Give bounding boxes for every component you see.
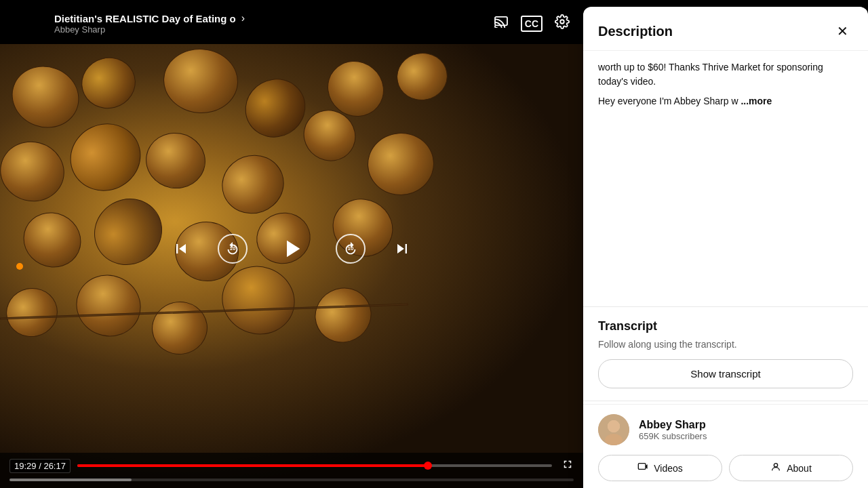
svg-rect-6: [639, 464, 646, 470]
top-bar: Dietitian's REALISTIC Day of Eating o › …: [0, 0, 583, 44]
about-button[interactable]: About: [729, 455, 853, 481]
play-button[interactable]: [275, 232, 309, 266]
orange-dot-indicator: [16, 263, 23, 270]
bottom-scroll-thumb: [9, 479, 132, 481]
cast-icon[interactable]: [494, 16, 509, 31]
video-title: Dietitian's REALISTIC Day of Eating o: [54, 13, 236, 24]
video-area: Dietitian's REALISTIC Day of Eating o › …: [0, 0, 583, 488]
progress-track[interactable]: [77, 464, 552, 467]
progress-fill: [77, 464, 428, 467]
transcript-section: Transcript Follow along using the transc…: [583, 310, 868, 398]
description-content: worth up to $60! Thanks Thrive Market fo…: [583, 51, 868, 304]
video-frame[interactable]: 10 10: [0, 44, 583, 488]
video-controls-center: 10 10: [0, 44, 583, 453]
title-block: Dietitian's REALISTIC Day of Eating o › …: [54, 12, 245, 35]
svg-point-5: [608, 420, 620, 432]
current-time: 19:29: [14, 461, 37, 471]
forward-10-button[interactable]: 10: [336, 234, 366, 264]
divider-1: [583, 306, 868, 307]
forward-number: 10: [348, 245, 354, 251]
channel-row: Abbey Sharp 659K subscribers: [598, 414, 853, 445]
divider-2: [583, 401, 868, 401]
description-text-1: worth up to $60! Thanks Thrive Market fo…: [598, 60, 853, 89]
description-header: Description ✕: [583, 7, 868, 51]
videos-icon: [637, 462, 648, 474]
settings-icon[interactable]: [555, 14, 570, 33]
rewind-10-button[interactable]: 10: [218, 234, 248, 264]
close-button[interactable]: ✕: [831, 20, 853, 42]
skip-to-end-button[interactable]: [393, 239, 412, 258]
progress-bar-container: 19:29 / 26:17: [9, 458, 574, 473]
channel-name: Abbey Sharp: [639, 419, 707, 431]
channel-subscribers: 659K subscribers: [639, 431, 707, 441]
chevron-icon[interactable]: ›: [241, 12, 245, 24]
total-time: 26:17: [43, 461, 66, 471]
fullscreen-button[interactable]: [561, 458, 574, 473]
about-button-label: About: [787, 463, 812, 474]
controls-overlay: 10 10: [0, 44, 583, 488]
close-icon: ✕: [837, 23, 848, 39]
description-panel: Description ✕ worth up to $60! Thanks Th…: [583, 7, 868, 488]
channel-section: Abbey Sharp 659K subscribers Videos: [583, 404, 868, 488]
svg-point-1: [560, 20, 564, 24]
rewind-circle: 10: [218, 234, 248, 264]
channel-buttons: Videos About: [598, 455, 853, 481]
description-title: Description: [598, 24, 673, 39]
more-link[interactable]: ...more: [741, 96, 772, 106]
time-display: 19:29 / 26:17: [9, 459, 71, 473]
videos-button-label: Videos: [654, 463, 683, 474]
about-icon: [770, 462, 781, 474]
description-text-2-content: Hey everyone I'm Abbey Sharp w: [598, 96, 738, 106]
show-transcript-button[interactable]: Show transcript: [598, 359, 853, 388]
cc-icon[interactable]: CC: [521, 16, 542, 32]
rewind-number: 10: [230, 245, 236, 251]
top-bar-right: CC: [494, 14, 570, 33]
forward-circle: 10: [336, 234, 366, 264]
progress-thumb: [424, 462, 432, 470]
bottom-controls: 19:29 / 26:17: [0, 453, 583, 488]
videos-button[interactable]: Videos: [598, 455, 722, 481]
main-container: Dietitian's REALISTIC Day of Eating o › …: [0, 0, 868, 488]
skip-to-start-button[interactable]: [172, 239, 191, 258]
channel-avatar[interactable]: [598, 414, 629, 445]
transcript-description: Follow along using the transcript.: [598, 339, 853, 350]
description-text-2: Hey everyone I'm Abbey Sharp w ...more: [598, 94, 853, 108]
channel-info: Abbey Sharp 659K subscribers: [639, 419, 707, 441]
channel-name-topbar: Abbey Sharp: [54, 24, 245, 35]
svg-point-7: [774, 464, 778, 467]
bottom-scrollbar: [9, 479, 574, 481]
transcript-title: Transcript: [598, 319, 853, 333]
